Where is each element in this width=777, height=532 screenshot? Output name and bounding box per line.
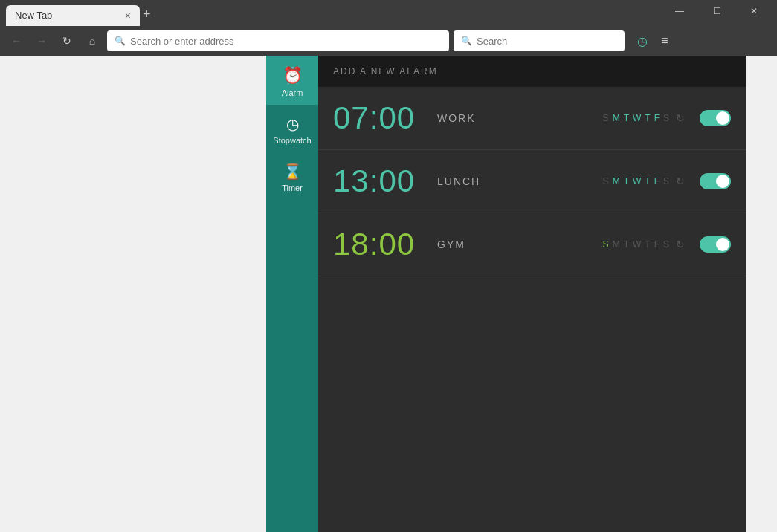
alarms-list: 07:00 WORK S M T W T F S ↻ xyxy=(318,87,746,532)
day-s1-lunch: S xyxy=(603,176,609,186)
sidebar-item-stopwatch[interactable]: ◷ Stopwatch xyxy=(266,105,318,152)
search-icon: 🔍 xyxy=(115,36,126,46)
day-s1-gym: S xyxy=(603,239,609,250)
day-m: M xyxy=(613,113,620,123)
menu-button[interactable]: ≡ xyxy=(654,30,675,51)
sidebar: ⏰ Alarm ◷ Stopwatch ⌛ Timer xyxy=(266,56,318,532)
alarm-row-work[interactable]: 07:00 WORK S M T W T F S ↻ xyxy=(318,87,746,150)
day-w-lunch: W xyxy=(633,176,641,186)
day-s1: S xyxy=(603,113,609,123)
left-space xyxy=(0,56,266,532)
day-t2: T xyxy=(645,113,650,123)
day-s2: S xyxy=(663,113,669,123)
close-button[interactable]: ✕ xyxy=(737,0,771,22)
tab-close-button[interactable]: × xyxy=(125,10,131,22)
alarm-time-lunch: 13:00 xyxy=(333,163,430,199)
alarm-label: Alarm xyxy=(282,88,303,97)
repeat-icon-gym: ↻ xyxy=(676,239,685,250)
day-t1-lunch: T xyxy=(624,176,629,186)
back-button[interactable]: ← xyxy=(6,30,27,51)
day-f: F xyxy=(654,113,660,123)
toggle-work[interactable] xyxy=(700,110,731,126)
toggle-lunch[interactable] xyxy=(700,173,731,189)
home-button[interactable]: ⌂ xyxy=(82,30,103,51)
search-icon-2: 🔍 xyxy=(461,36,472,46)
alarm-time-gym: 18:00 xyxy=(333,227,430,262)
search-bar[interactable]: 🔍 xyxy=(454,30,625,51)
tab-title: New Tab xyxy=(15,10,52,21)
alarm-days-lunch: S M T W T F S ↻ xyxy=(603,175,685,187)
alarm-row-lunch[interactable]: 13:00 LUNCH S M T W T F S ↻ xyxy=(318,150,746,213)
sidebar-item-timer[interactable]: ⌛ Timer xyxy=(266,152,318,200)
day-t2-gym: T xyxy=(645,239,650,250)
stopwatch-label: Stopwatch xyxy=(273,136,311,145)
day-w-gym: W xyxy=(633,239,641,250)
alarm-icon: ⏰ xyxy=(283,66,303,85)
alarm-name-work: WORK xyxy=(437,112,603,124)
alarm-row-gym[interactable]: 18:00 GYM S M T W T F S ↻ xyxy=(318,213,746,276)
repeat-icon-work: ↻ xyxy=(676,112,685,124)
add-alarm-label: ADD A NEW ALARM xyxy=(333,66,438,77)
day-f-lunch: F xyxy=(654,176,660,186)
browser-tab[interactable]: New Tab × xyxy=(6,5,140,26)
day-w: W xyxy=(633,113,641,123)
alarm-time-work: 07:00 xyxy=(333,100,430,136)
alarm-days-work: S M T W T F S ↻ xyxy=(603,112,685,124)
alarm-days-gym: S M T W T F S ↻ xyxy=(603,239,685,250)
minimize-button[interactable]: — xyxy=(662,0,697,22)
new-tab-button[interactable]: + xyxy=(143,7,151,22)
main-content: ADD A NEW ALARM 07:00 WORK S M T W T F S xyxy=(318,56,746,532)
day-m-gym: M xyxy=(613,239,620,250)
timer-icon: ⌛ xyxy=(283,163,302,181)
day-t1: T xyxy=(624,113,629,123)
day-s2-gym: S xyxy=(663,239,669,250)
alarm-name-lunch: LUNCH xyxy=(437,175,603,187)
maximize-button[interactable]: ☐ xyxy=(700,0,734,22)
refresh-button[interactable]: ↻ xyxy=(57,30,77,51)
day-s2-lunch: S xyxy=(663,176,669,186)
search-input[interactable] xyxy=(477,36,617,47)
timer-label: Timer xyxy=(282,184,303,192)
stopwatch-extension-icon[interactable]: ◷ xyxy=(632,30,653,51)
day-t2-lunch: T xyxy=(645,176,650,186)
day-t1-gym: T xyxy=(624,239,629,250)
sidebar-item-alarm[interactable]: ⏰ Alarm xyxy=(266,56,318,105)
stopwatch-icon: ◷ xyxy=(286,115,299,133)
add-alarm-button[interactable]: ADD A NEW ALARM xyxy=(318,56,746,87)
repeat-icon-lunch: ↻ xyxy=(676,175,685,187)
alarm-name-gym: GYM xyxy=(437,239,603,250)
day-f-gym: F xyxy=(654,239,660,250)
day-m-lunch: M xyxy=(613,176,620,186)
toggle-gym[interactable] xyxy=(700,236,731,253)
address-bar[interactable]: 🔍 xyxy=(107,30,449,51)
forward-button[interactable]: → xyxy=(31,30,52,51)
address-input[interactable] xyxy=(130,36,442,47)
